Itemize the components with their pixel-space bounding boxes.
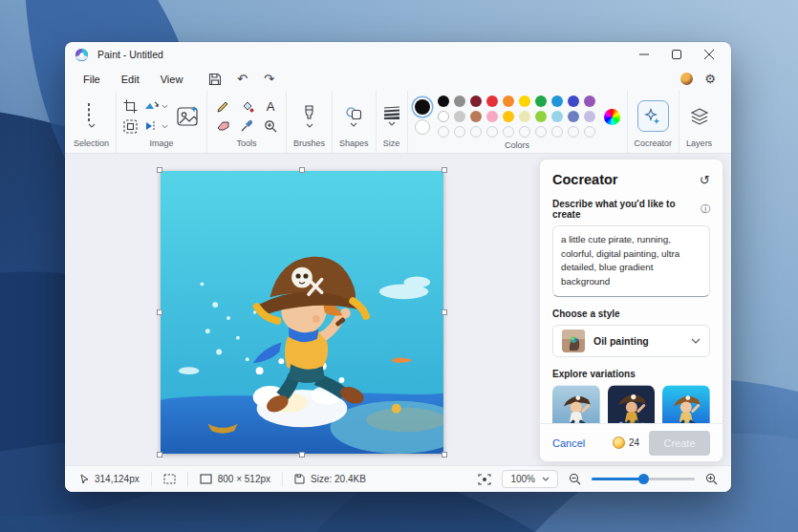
crop-icon[interactable] xyxy=(123,99,138,114)
zoom-level-dropdown[interactable]: 100% xyxy=(502,470,558,488)
color-swatch-7d1f2e[interactable] xyxy=(470,96,482,107)
color-swatch-empty[interactable] xyxy=(519,126,530,138)
cocreator-group[interactable]: Cocreator xyxy=(628,91,680,153)
color-swatch-empty[interactable] xyxy=(486,126,498,138)
color-swatch-f68b2c[interactable] xyxy=(503,96,514,107)
color-swatch-ffd400[interactable] xyxy=(519,96,530,107)
cancel-button[interactable]: Cancel xyxy=(552,437,585,449)
foreground-color-swatch[interactable] xyxy=(415,99,430,115)
history-icon[interactable]: ↺ xyxy=(700,173,710,187)
color-swatch-c4bfe2[interactable] xyxy=(584,111,595,122)
rotate-icon[interactable] xyxy=(144,100,159,113)
pencil-icon[interactable] xyxy=(216,100,229,114)
titlebar[interactable]: Paint - Untitled xyxy=(65,42,731,67)
selection-rect-icon xyxy=(163,474,176,484)
account-avatar[interactable] xyxy=(680,73,693,85)
selection-handle[interactable] xyxy=(299,167,305,173)
chevron-down-icon[interactable] xyxy=(306,123,313,128)
magnifier-icon[interactable] xyxy=(264,119,277,133)
color-swatch-empty[interactable] xyxy=(438,126,449,138)
resize-icon[interactable] xyxy=(123,119,138,134)
fill-bucket-icon[interactable] xyxy=(240,100,254,114)
menu-item-edit[interactable]: Edit xyxy=(111,71,150,88)
selection-group[interactable]: Selection xyxy=(67,91,117,153)
selection-handle[interactable] xyxy=(157,309,162,315)
selection-handle[interactable] xyxy=(157,167,162,173)
layers-group[interactable]: Layers xyxy=(679,91,719,153)
color-swatch-empty[interactable] xyxy=(551,126,563,138)
layers-icon[interactable] xyxy=(690,108,709,125)
selection-handle[interactable] xyxy=(157,452,162,458)
color-swatch-f7a8c3[interactable] xyxy=(486,111,498,122)
stroke-size-icon[interactable] xyxy=(383,106,400,119)
chevron-down-icon[interactable] xyxy=(88,123,96,128)
canvas[interactable] xyxy=(161,171,443,454)
fit-to-screen-icon[interactable] xyxy=(478,474,491,485)
style-dropdown[interactable]: Oil painting xyxy=(552,325,710,357)
chevron-down-icon[interactable] xyxy=(388,121,396,126)
save-icon[interactable] xyxy=(203,70,227,89)
minimize-button[interactable] xyxy=(628,43,660,66)
selection-handle[interactable] xyxy=(442,452,447,458)
edit-colors-icon[interactable] xyxy=(604,109,620,125)
text-tool-icon[interactable]: A xyxy=(267,99,275,114)
color-swatch-empty[interactable] xyxy=(470,126,482,138)
brushes-group[interactable]: Brushes xyxy=(287,91,333,153)
color-swatch-9455b8[interactable] xyxy=(584,96,595,107)
color-swatch-empty[interactable] xyxy=(584,126,595,138)
undo-icon[interactable]: ↶ xyxy=(229,70,254,89)
close-button[interactable] xyxy=(693,43,725,66)
group-label: Layers xyxy=(686,137,712,151)
selection-handle[interactable] xyxy=(299,452,305,458)
color-swatch-e53238[interactable] xyxy=(486,96,498,107)
color-swatch-empty[interactable] xyxy=(568,126,579,138)
shapes-group[interactable]: Shapes xyxy=(333,91,377,153)
maximize-button[interactable] xyxy=(660,43,693,66)
menu-item-view[interactable]: View xyxy=(150,71,194,88)
menu-item-file[interactable]: File xyxy=(73,71,111,88)
color-swatch-b97a57[interactable] xyxy=(470,111,482,122)
color-swatch-98d3e8[interactable] xyxy=(551,111,563,122)
color-swatch-ece8b5[interactable] xyxy=(519,111,530,122)
color-swatch-empty[interactable] xyxy=(535,126,547,138)
zoom-slider[interactable] xyxy=(592,478,695,480)
settings-gear-icon[interactable]: ⚙ xyxy=(704,72,716,86)
info-icon[interactable]: ⓘ xyxy=(701,202,710,216)
coin-icon xyxy=(613,436,625,449)
background-color-swatch[interactable] xyxy=(415,119,430,135)
selection-handle[interactable] xyxy=(442,309,447,315)
color-swatch-ffffff[interactable] xyxy=(438,111,449,122)
color-swatch-0d0d0d[interactable] xyxy=(438,96,449,107)
zoom-in-icon[interactable] xyxy=(705,473,718,485)
color-swatch-empty[interactable] xyxy=(454,126,465,138)
chevron-down-icon[interactable] xyxy=(162,124,168,129)
color-swatch-2196d6[interactable] xyxy=(551,96,563,107)
color-swatch-ffc20e[interactable] xyxy=(503,111,514,122)
selection-tool-icon[interactable] xyxy=(88,103,90,121)
redo-icon[interactable]: ↷ xyxy=(256,70,281,89)
color-swatch-c9c9c9[interactable] xyxy=(454,111,465,122)
color-swatch-8e8e8e[interactable] xyxy=(454,96,465,107)
chevron-down-icon[interactable] xyxy=(350,122,357,127)
eraser-icon[interactable] xyxy=(216,119,230,132)
zoom-level-value: 100% xyxy=(510,474,535,484)
chevron-down-icon[interactable] xyxy=(162,104,168,109)
remove-background-icon[interactable] xyxy=(175,104,200,129)
group-label: Shapes xyxy=(339,137,369,151)
size-group[interactable]: Size xyxy=(377,91,408,153)
color-swatch-1fa84a[interactable] xyxy=(535,96,547,107)
flip-icon[interactable] xyxy=(144,120,159,132)
color-swatch-8fd13f[interactable] xyxy=(535,111,547,122)
cocreator-button[interactable] xyxy=(637,100,669,132)
eyedropper-icon[interactable] xyxy=(240,119,253,133)
shapes-icon[interactable] xyxy=(345,106,363,120)
create-button[interactable]: Create xyxy=(649,431,710,456)
color-swatch-6b7fc0[interactable] xyxy=(568,111,579,122)
zoom-out-icon[interactable] xyxy=(569,473,581,485)
brush-icon[interactable] xyxy=(302,105,316,121)
selection-handle[interactable] xyxy=(442,167,447,173)
color-swatch-3f4ac8[interactable] xyxy=(568,96,579,107)
color-swatch-empty[interactable] xyxy=(503,126,514,138)
prompt-input[interactable]: a little cute pirate, running, colorful,… xyxy=(552,225,710,297)
zoom-slider-thumb[interactable] xyxy=(638,474,649,484)
